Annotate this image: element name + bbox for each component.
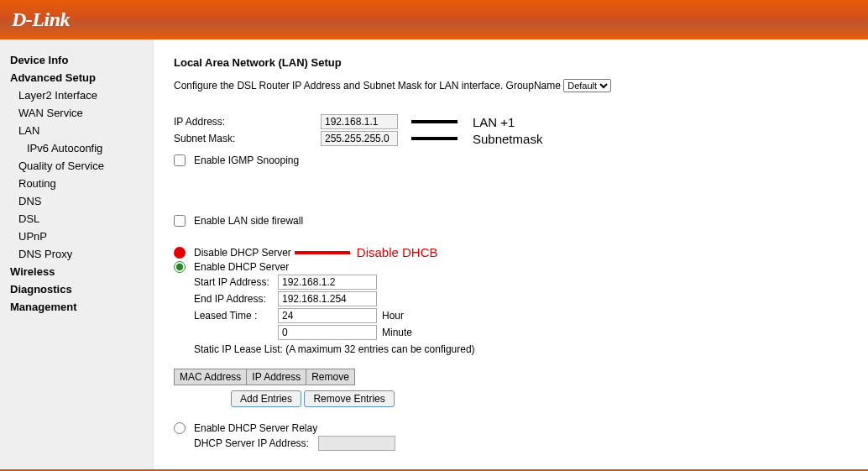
nav-routing[interactable]: Routing [10,175,143,192]
nav-lan[interactable]: LAN [10,122,143,139]
nav-qos[interactable]: Quality of Service [10,157,143,175]
nav-dns-proxy[interactable]: DNS Proxy [10,245,143,263]
nav-device-info[interactable]: Device Info [10,51,143,69]
description-row: Configure the DSL Router IP Address and … [174,79,848,92]
leased-hour-input[interactable] [278,308,377,323]
nav-dsl[interactable]: DSL [10,210,143,228]
annotation-line-icon [411,120,458,123]
annotation-lan-plus: LAN +1 [473,115,515,129]
main-wrapper: Device Info Advanced Setup Layer2 Interf… [0,39,868,469]
red-dot-icon [174,247,186,259]
mask-label: Subnet Mask: [174,133,321,144]
minute-unit: Minute [382,327,412,338]
mask-input[interactable] [321,131,398,146]
nav-menu: Device Info Advanced Setup Layer2 Interf… [10,51,143,316]
col-remove: Remove [306,369,354,385]
igmp-checkbox[interactable] [174,154,186,166]
hour-unit: Hour [382,310,404,322]
nav-management[interactable]: Management [10,298,143,316]
static-list-label: Static IP Lease List: (A maximum 32 entr… [194,343,848,355]
logo: D-Link [12,8,70,31]
relay-radio[interactable] [174,422,186,434]
nav-wan-service[interactable]: WAN Service [10,104,143,122]
top-header: D-Link [0,0,868,39]
annotation-subnetmask: Subnetmask [473,132,542,146]
annotation-disable-dhcb: Disable DHCB [357,245,438,259]
leased-hour-label: Leased Time : [194,310,278,322]
disable-dhcp-row: Disable DHCP Server Disable DHCB [174,245,848,259]
leased-min-input[interactable] [278,325,377,340]
end-ip-input[interactable] [278,291,377,306]
annotation-line-icon [411,137,458,140]
groupname-select[interactable]: Default [563,79,611,92]
firewall-row: Enable LAN side firewall [174,215,848,227]
page-title: Local Area Network (LAN) Setup [174,56,848,69]
sidebar: Device Info Advanced Setup Layer2 Interf… [0,39,154,469]
dhcp-config-block: Start IP Address: End IP Address: Leased… [194,275,848,355]
nav-diagnostics[interactable]: Diagnostics [10,280,143,298]
static-table-header: MAC Address IP Address Remove [174,369,355,385]
col-ip: IP Address [247,369,306,385]
firewall-label: Enable LAN side firewall [194,215,303,227]
nav-layer2-interface[interactable]: Layer2 Interface [10,86,143,104]
content-pane: Local Area Network (LAN) Setup Configure… [154,39,868,469]
nav-ipv6-autoconfig[interactable]: IPv6 Autoconfig [10,139,143,157]
add-entries-button[interactable]: Add Entries [231,390,301,407]
igmp-label: Enable IGMP Snooping [194,154,299,166]
nav-dns[interactable]: DNS [10,192,143,210]
relay-block: Enable DHCP Server Relay DHCP Server IP … [174,422,848,451]
end-ip-label: End IP Address: [194,293,278,305]
col-mac: MAC Address [175,369,247,385]
firewall-checkbox[interactable] [174,215,186,227]
relay-addr-label: DHCP Server IP Address: [194,437,318,449]
nav-wireless[interactable]: Wireless [10,263,143,280]
ip-row: IP Address: LAN +1 [174,114,848,129]
enable-dhcp-row: Enable DHCP Server [174,261,848,273]
description-text: Configure the DSL Router IP Address and … [174,80,563,92]
start-ip-input[interactable] [278,275,377,290]
ip-input[interactable] [321,114,398,129]
enable-dhcp-radio[interactable] [174,261,186,273]
ip-label: IP Address: [174,116,321,128]
relay-label: Enable DHCP Server Relay [194,422,317,434]
nav-advanced-setup[interactable]: Advanced Setup [10,69,143,86]
annotation-red-line-icon [295,251,350,254]
mask-row: Subnet Mask: Subnetmask [174,131,848,146]
start-ip-label: Start IP Address: [194,276,278,288]
igmp-row: Enable IGMP Snooping [174,154,848,166]
entries-button-row: Add Entries Remove Entries [174,390,848,407]
enable-dhcp-label: Enable DHCP Server [194,261,289,273]
nav-upnp[interactable]: UPnP [10,228,143,245]
disable-dhcp-label: Disable DHCP Server [194,247,291,259]
remove-entries-button[interactable]: Remove Entries [304,390,394,407]
relay-addr-input[interactable] [318,436,395,451]
